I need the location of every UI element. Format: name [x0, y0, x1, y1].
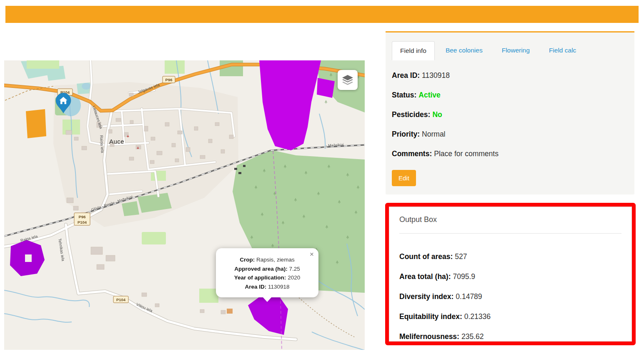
red-annotation-border: Output Box Count of areas:527 Area total… [385, 203, 636, 345]
map-orange-building [227, 309, 233, 314]
output-diversity-index: Diversity index:0.14789 [399, 292, 621, 301]
map-svg: P104 P96 P96 P104 P104 Auce Jelgavas iel… [4, 60, 365, 350]
top-navbar [5, 6, 639, 23]
field-pesticides: Pesticides:No [392, 110, 634, 119]
popup-row-year: Year of application: 2020 [219, 273, 315, 282]
popup-row-area-id: Area ID: 1130918 [219, 282, 315, 292]
field-comments: Comments:Place for comments [392, 150, 634, 158]
popup-close-icon[interactable]: × [310, 251, 314, 258]
popup-tail [263, 297, 272, 302]
field-priority: Priority:Normal [392, 130, 634, 139]
pesticides-badge: No [432, 110, 442, 119]
road-shield-p104-bottom: P104 [113, 296, 128, 303]
svg-text:P104: P104 [116, 297, 126, 302]
town-label: Auce [109, 138, 124, 145]
output-box: Output Box Count of areas:527 Area total… [389, 207, 632, 342]
layers-icon [341, 75, 354, 85]
panel-accent-line [386, 31, 634, 32]
poi-marker: + [127, 134, 129, 139]
svg-text:P96: P96 [79, 214, 86, 219]
output-count-of-areas: Count of areas:527 [399, 252, 621, 261]
tab-bee-colonies[interactable]: Bee colonies [446, 41, 483, 60]
popup-row-approved-area: Approved area (ha): 7.25 [219, 264, 315, 274]
tab-field-calc[interactable]: Field calc [549, 41, 576, 60]
output-equitability-index: Equitability index:0.21336 [399, 312, 621, 321]
layers-control-button[interactable] [338, 70, 358, 90]
map-popup: × Crop: Rapsis, ziemas Approved area (ha… [216, 248, 318, 297]
map[interactable]: P104 P96 P96 P104 P104 Auce Jelgavas iel… [4, 60, 365, 350]
svg-text:P104: P104 [78, 220, 87, 224]
poi-marker: + [137, 146, 139, 150]
status-badge: Active [418, 91, 441, 99]
svg-text:P96: P96 [165, 77, 173, 82]
field-status: Status:Active [392, 91, 634, 100]
tab-field-info[interactable]: Field info [392, 41, 435, 60]
map-orchard [27, 60, 59, 69]
output-area-total: Area total (ha):7095.9 [399, 272, 621, 281]
tab-bar: Field info Bee colonies Flowering Field … [386, 31, 634, 60]
output-box-divider [399, 233, 621, 234]
tab-flowering[interactable]: Flowering [502, 41, 530, 60]
road-shield-p96-p104: P96 P104 [74, 213, 90, 225]
popup-row-crop: Crop: Rapsis, ziemas [219, 255, 315, 264]
output-melifernousness: Melifernousness:235.62 [399, 332, 621, 341]
road-shield-p96-top: P96 [163, 76, 175, 83]
field-area-id: Area ID:1130918 [392, 71, 634, 80]
field-info-content: Area ID:1130918 Status:Active Pesticides… [386, 60, 634, 186]
field-info-panel: Field info Bee colonies Flowering Field … [386, 31, 634, 194]
edit-button[interactable]: Edit [392, 170, 416, 186]
output-box-title: Output Box [399, 215, 621, 224]
